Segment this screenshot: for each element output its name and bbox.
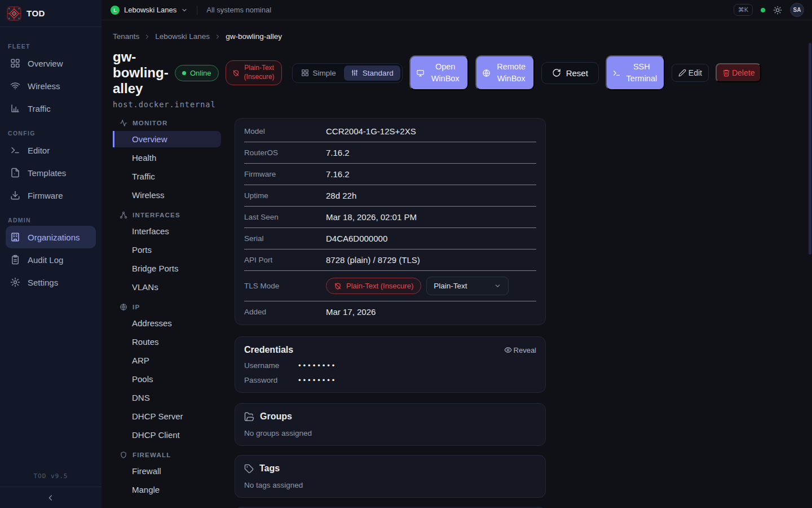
file-icon — [10, 168, 20, 178]
device-host: host.docker.internal — [113, 100, 798, 109]
subnav-item-health[interactable]: Health — [113, 150, 221, 166]
detail-row-added: Added Mar 17, 2026 — [244, 301, 536, 322]
subnav-item-dns[interactable]: DNS — [113, 389, 221, 406]
sidebar-item-editor[interactable]: Editor — [6, 139, 96, 161]
tls-mode-select[interactable]: Plain-Text — [426, 277, 509, 295]
tags-title: Tags — [259, 463, 280, 474]
subnav-item-routes[interactable]: Routes — [113, 334, 221, 350]
subnav-item-traffic[interactable]: Traffic — [113, 168, 221, 185]
detail-row-uptime: Uptime 28d 22h — [244, 185, 536, 207]
subnav-item-arp[interactable]: ARP — [113, 352, 221, 369]
subnav-section-label: FIREWALL — [133, 452, 171, 458]
reset-button[interactable]: Reset — [541, 62, 599, 84]
main-area: L Lebowski Lanes All systems nominal ⌘K … — [102, 0, 812, 508]
ssh-terminal-label: SSH Terminal — [625, 61, 658, 85]
subnav-item-bridge-ports[interactable]: Bridge Ports — [113, 260, 221, 277]
tenant-avatar: L — [111, 6, 120, 15]
shield-off-icon — [232, 69, 240, 77]
subnav-item-interfaces[interactable]: Interfaces — [113, 223, 221, 239]
terminal-icon — [10, 145, 20, 155]
app-logo[interactable]: TOD — [0, 0, 102, 27]
device-body: MONITOR Overview Health Traffic Wireless… — [113, 118, 798, 508]
tenant-switcher[interactable]: L Lebowski Lanes — [111, 6, 188, 15]
ssh-terminal-button[interactable]: SSH Terminal — [606, 55, 665, 90]
breadcrumb: Tenants Lebowski Lanes gw-bowling-alley — [113, 32, 798, 41]
refresh-icon — [552, 68, 561, 77]
view-mode-toggle: Simple Standard — [292, 63, 403, 83]
credential-row-username: Username •••••••• — [244, 361, 536, 370]
edit-label: Edit — [689, 68, 702, 77]
download-icon — [10, 190, 20, 200]
sidebar-item-organizations[interactable]: Organizations — [6, 226, 96, 248]
command-palette-shortcut[interactable]: ⌘K — [734, 4, 753, 16]
connection-status-dot — [761, 8, 765, 12]
sidebar-item-label: Settings — [28, 278, 58, 287]
sidebar-footer: TOD v9.5 — [0, 468, 102, 508]
subnav-item-pools[interactable]: Pools — [113, 371, 221, 387]
subnav-item-vlans[interactable]: VLANs — [113, 279, 221, 295]
detail-value: D4CA6D000000 — [326, 234, 387, 243]
wifi-icon — [10, 81, 20, 91]
sidebar-collapse-button[interactable] — [0, 487, 102, 508]
subnav-item-dhcp-client[interactable]: DHCP Client — [113, 427, 221, 443]
insecure-label: Plain-Text (Insecure) — [244, 64, 275, 81]
app-name: TOD — [27, 8, 45, 18]
scrollbar-thumb[interactable] — [809, 43, 811, 255]
edit-button[interactable]: Edit — [672, 64, 709, 82]
sidebar-item-label: Traffic — [28, 104, 51, 113]
breadcrumb-tenants[interactable]: Tenants — [113, 32, 139, 41]
open-winbox-button[interactable]: Open WinBox — [409, 55, 469, 90]
online-status-badge: Online — [175, 65, 219, 81]
detail-value: 8728 (plain) / 8729 (TLS) — [326, 255, 420, 265]
detail-row-last-seen: Last Seen Mar 18, 2026, 02:01 PM — [244, 207, 536, 228]
globe-icon — [482, 69, 491, 77]
sidebar-item-templates[interactable]: Templates — [6, 161, 96, 184]
grid-icon — [301, 69, 309, 77]
sidebar-item-overview[interactable]: Overview — [6, 52, 96, 75]
chevron-down-icon — [181, 7, 188, 14]
chevron-right-icon — [214, 33, 221, 40]
detail-label: TLS Mode — [244, 282, 326, 290]
monitor-icon — [416, 69, 425, 77]
tenant-name: Lebowski Lanes — [124, 6, 176, 14]
sidebar-item-wireless[interactable]: Wireless — [6, 75, 96, 97]
sidebar-item-audit-log[interactable]: Audit Log — [6, 248, 96, 271]
sidebar-item-firmware[interactable]: Firmware — [6, 184, 96, 207]
sidebar-item-label: Wireless — [28, 81, 60, 91]
theme-toggle-button[interactable] — [773, 6, 782, 15]
reveal-credentials-button[interactable]: Reveal — [504, 346, 536, 354]
detail-row-tls-mode: TLS Mode Plain-Text (Insecure) Plain-Tex… — [244, 271, 536, 301]
subnav-item-dhcp-server[interactable]: DHCP Server — [113, 408, 221, 424]
detail-label: API Port — [244, 256, 326, 264]
globe-icon — [120, 303, 127, 311]
subnav-section-ip: IP — [113, 303, 221, 311]
sidebar-item-label: Organizations — [28, 233, 80, 242]
subnav-section-label: MONITOR — [133, 120, 168, 126]
subnav-item-mangle[interactable]: Mangle — [113, 481, 221, 498]
credentials-header: Credentials Reveal — [244, 345, 536, 355]
detail-label: Firmware — [244, 170, 326, 178]
subnav-item-ports[interactable]: Ports — [113, 242, 221, 258]
sidebar-item-label: Firmware — [28, 191, 63, 200]
eye-icon — [504, 346, 512, 354]
delete-button[interactable]: Delete — [716, 63, 761, 82]
sidebar-item-traffic[interactable]: Traffic — [6, 97, 96, 120]
groups-title: Groups — [260, 411, 292, 422]
subnav-item-overview[interactable]: Overview — [113, 131, 221, 147]
user-avatar[interactable]: SA — [790, 3, 804, 17]
credentials-title: Credentials — [244, 345, 293, 355]
page-title: gw-bowling-alley — [113, 49, 168, 97]
app-sidebar: TOD FLEET Overview Wireless Traffic CONF… — [0, 0, 102, 508]
subnav-item-addresses[interactable]: Addresses — [113, 315, 221, 331]
sidebar-item-settings[interactable]: Settings — [6, 271, 96, 294]
view-mode-simple[interactable]: Simple — [294, 65, 343, 81]
view-mode-standard[interactable]: Standard — [344, 65, 400, 81]
tags-empty-text: No tags assigned — [244, 481, 536, 489]
remote-winbox-label: Remote WinBox — [495, 61, 528, 85]
topbar-divider — [197, 6, 197, 15]
remote-winbox-button[interactable]: Remote WinBox — [475, 55, 535, 90]
topbar-right: ⌘K SA — [734, 3, 804, 17]
subnav-item-firewall[interactable]: Firewall — [113, 463, 221, 479]
breadcrumb-tenant[interactable]: Lebowski Lanes — [155, 32, 210, 41]
subnav-item-wireless[interactable]: Wireless — [113, 187, 221, 203]
